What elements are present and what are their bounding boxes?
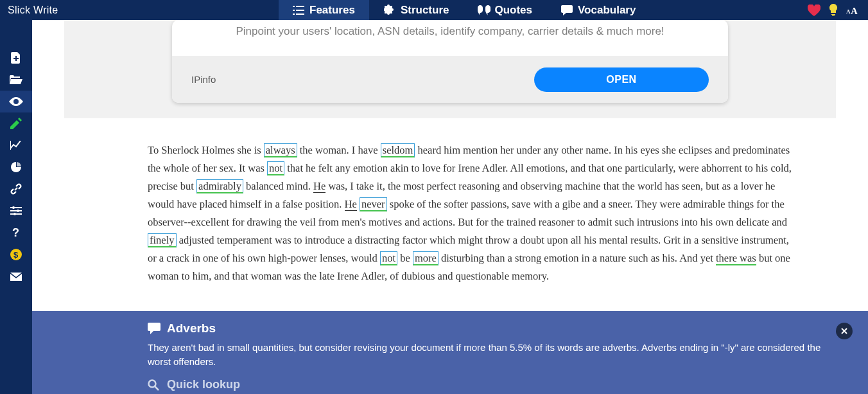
info-panel: Adverbs They aren't bad in small quantit… bbox=[32, 311, 868, 394]
top-icons: AA bbox=[808, 4, 868, 17]
sidebar-settings[interactable] bbox=[0, 200, 32, 222]
sidebar-flow[interactable] bbox=[0, 134, 32, 156]
highlight-adverb[interactable]: always bbox=[264, 143, 297, 157]
svg-rect-1 bbox=[293, 10, 295, 11]
svg-point-9 bbox=[12, 206, 15, 209]
link-icon bbox=[10, 183, 22, 195]
tab-label: Structure bbox=[401, 4, 449, 17]
tab-quotes[interactable]: Quotes bbox=[464, 0, 547, 20]
highlight-word[interactable]: not bbox=[380, 251, 397, 265]
ad-card: Pinpoint your users' location, ASN detai… bbox=[172, 20, 728, 103]
svg-text:A: A bbox=[851, 6, 858, 15]
ad-brand: IPinfo bbox=[191, 74, 534, 85]
text: To Sherlock Holmes she is bbox=[148, 144, 264, 156]
tab-features[interactable]: Features bbox=[279, 0, 370, 20]
sidebar-open[interactable] bbox=[0, 69, 32, 91]
underline-pronoun[interactable]: He bbox=[313, 180, 326, 193]
quotes-icon bbox=[478, 5, 489, 15]
comment-icon bbox=[148, 323, 161, 334]
mail-icon bbox=[10, 273, 22, 281]
open-folder-icon bbox=[10, 75, 22, 84]
tab-label: Vocabulary bbox=[578, 4, 636, 17]
sidebar-help[interactable]: ? bbox=[0, 222, 32, 244]
svg-point-15 bbox=[149, 380, 156, 387]
sidebar-donate[interactable]: $ bbox=[0, 244, 32, 265]
edit-pencil-icon bbox=[10, 118, 22, 129]
ad-container: Pinpoint your users' location, ASN detai… bbox=[64, 20, 836, 118]
tab-label: Features bbox=[309, 4, 355, 17]
text: balanced mind. bbox=[243, 180, 313, 192]
tab-vocabulary[interactable]: Vocabulary bbox=[547, 0, 650, 20]
leftbar: ? $ bbox=[0, 20, 32, 394]
close-icon bbox=[841, 328, 847, 334]
highlight-adverb[interactable]: admirably bbox=[196, 179, 243, 193]
underline-phrase[interactable]: there was bbox=[716, 252, 756, 265]
quick-lookup-label: Quick lookup bbox=[167, 378, 240, 391]
ad-tagline: Pinpoint your users' location, ASN detai… bbox=[172, 20, 728, 56]
sidebar-stats[interactable] bbox=[0, 156, 32, 178]
sidebar-link[interactable] bbox=[0, 178, 32, 200]
coin-dollar-icon: $ bbox=[10, 249, 22, 260]
main: Pinpoint your users' location, ASN detai… bbox=[32, 20, 868, 394]
svg-rect-4 bbox=[296, 10, 304, 11]
list-icon bbox=[293, 6, 304, 15]
svg-rect-0 bbox=[293, 6, 295, 7]
lightbulb-icon[interactable] bbox=[827, 4, 840, 17]
svg-text:$: $ bbox=[13, 250, 19, 260]
pie-chart-icon bbox=[11, 162, 21, 172]
text: be bbox=[397, 252, 413, 264]
tab-label: Quotes bbox=[494, 4, 532, 17]
close-button[interactable] bbox=[836, 323, 853, 339]
font-size-icon[interactable]: AA bbox=[846, 4, 859, 17]
sidebar-view[interactable] bbox=[0, 91, 32, 112]
panel-heading: Adverbs bbox=[148, 321, 837, 336]
panel-body: They aren't bad in small quantities, but… bbox=[148, 341, 837, 369]
svg-text:A: A bbox=[846, 8, 851, 14]
topnav: Features Structure Quotes Vocabulary bbox=[279, 0, 650, 20]
help-icon: ? bbox=[12, 227, 21, 238]
svg-rect-3 bbox=[296, 6, 304, 7]
new-file-icon bbox=[11, 52, 21, 64]
panel-title: Adverbs bbox=[167, 321, 216, 336]
highlight-adverb[interactable]: seldom bbox=[381, 143, 415, 157]
settings-sliders-icon bbox=[10, 206, 22, 215]
sidebar-new-file[interactable] bbox=[0, 47, 32, 69]
svg-point-8 bbox=[15, 100, 17, 103]
chat-icon bbox=[561, 5, 573, 15]
quick-lookup[interactable]: Quick lookup bbox=[148, 378, 837, 391]
underline-pronoun[interactable]: He bbox=[345, 198, 357, 211]
text: disturbing than a strong emotion in a na… bbox=[438, 252, 716, 264]
heart-icon[interactable] bbox=[808, 4, 820, 17]
svg-point-11 bbox=[13, 213, 16, 215]
ad-open-button[interactable]: OPEN bbox=[534, 67, 709, 92]
svg-point-10 bbox=[17, 210, 19, 212]
tab-structure[interactable]: Structure bbox=[370, 0, 464, 20]
document-text[interactable]: To Sherlock Holmes she is always the wom… bbox=[32, 118, 868, 324]
ad-footer: IPinfo OPEN bbox=[172, 56, 728, 103]
line-chart-icon bbox=[10, 141, 22, 150]
highlight-word[interactable]: not bbox=[267, 161, 284, 175]
text: the woman. I have bbox=[297, 144, 381, 156]
svg-text:?: ? bbox=[12, 227, 19, 238]
sidebar-contact[interactable] bbox=[0, 265, 32, 287]
search-icon bbox=[148, 379, 159, 391]
svg-rect-5 bbox=[296, 13, 304, 15]
highlight-adverb[interactable]: finely bbox=[148, 233, 177, 247]
app-logo: Slick Write bbox=[0, 4, 279, 16]
highlight-word[interactable]: more bbox=[413, 251, 438, 265]
highlight-adverb[interactable]: never bbox=[360, 197, 387, 211]
sidebar-edit[interactable] bbox=[0, 112, 32, 134]
eye-icon bbox=[9, 97, 23, 106]
topbar: Slick Write Features Structure Quotes Vo… bbox=[0, 0, 868, 20]
svg-rect-2 bbox=[293, 13, 295, 15]
puzzle-icon bbox=[384, 4, 395, 16]
